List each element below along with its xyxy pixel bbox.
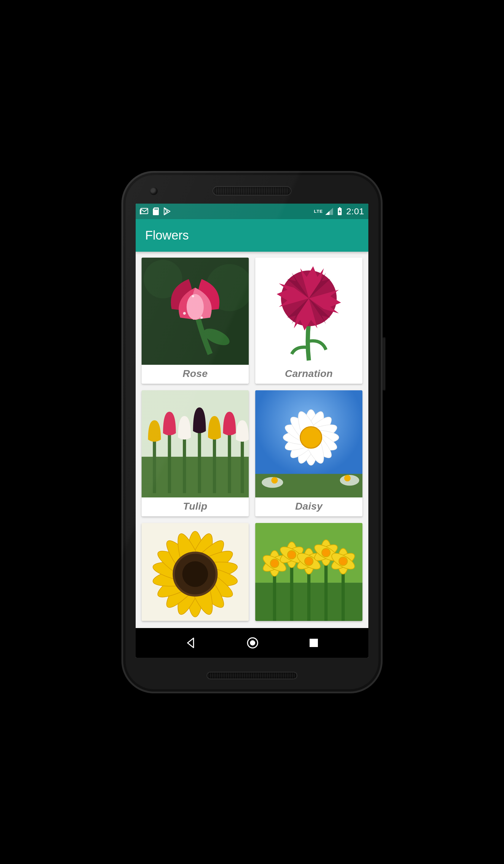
svg-point-76	[304, 557, 313, 566]
home-button[interactable]	[247, 637, 259, 649]
card-caption: Daisy	[255, 497, 362, 516]
svg-rect-87	[310, 639, 318, 647]
flower-grid: Rose	[142, 257, 362, 622]
svg-point-68	[271, 559, 279, 568]
sd-card-icon	[153, 207, 159, 215]
card-caption: Carnation	[255, 365, 362, 383]
svg-rect-8	[339, 207, 340, 208]
back-button[interactable]	[185, 637, 197, 649]
play-store-icon	[164, 207, 171, 215]
signal-icon	[325, 208, 333, 215]
grid-card-daisy[interactable]: Daisy	[255, 390, 362, 516]
svg-rect-1	[140, 209, 141, 214]
card-caption: Rose	[142, 365, 249, 383]
svg-point-57	[182, 561, 208, 587]
daffodil-image	[255, 523, 362, 621]
status-clock: 2:01	[346, 206, 364, 216]
svg-point-72	[287, 551, 296, 559]
card-caption: Tulip	[142, 497, 249, 516]
svg-point-84	[339, 557, 348, 566]
grid-card-daffodil[interactable]: Daffodil	[255, 523, 362, 621]
front-camera	[150, 187, 158, 195]
rose-image	[142, 257, 249, 365]
app-title: Flowers	[145, 228, 189, 242]
daisy-image	[255, 390, 362, 497]
svg-point-14	[187, 294, 204, 320]
svg-point-33	[271, 477, 278, 483]
chin-speaker	[207, 673, 297, 679]
tulip-image	[142, 390, 249, 497]
screen: LTE 2:01 Flowers	[136, 204, 368, 658]
status-bar: LTE 2:01	[136, 204, 368, 219]
network-label: LTE	[314, 209, 323, 214]
gmail-icon	[140, 208, 149, 215]
grid-card-sunflower[interactable]: Sunflower	[142, 523, 249, 621]
grid-card-carnation[interactable]: Carnation	[255, 257, 362, 384]
svg-rect-0	[141, 208, 148, 214]
svg-point-15	[183, 312, 186, 315]
system-nav-bar	[136, 628, 368, 658]
svg-point-34	[344, 475, 351, 481]
svg-point-80	[322, 549, 331, 557]
sunflower-image	[142, 523, 249, 621]
svg-rect-21	[142, 457, 249, 497]
device-frame: LTE 2:01 Flowers	[121, 171, 383, 693]
svg-point-16	[200, 316, 203, 319]
svg-point-86	[250, 640, 255, 646]
app-bar: Flowers	[136, 219, 368, 252]
battery-charging-icon	[337, 207, 342, 215]
power-button[interactable]	[383, 337, 386, 391]
earpiece	[213, 187, 291, 195]
grid-card-rose[interactable]: Rose	[142, 257, 249, 384]
svg-rect-3	[156, 208, 157, 210]
grid-card-tulip[interactable]: Tulip	[142, 390, 249, 516]
svg-rect-2	[155, 208, 156, 210]
content-area[interactable]: Rose	[136, 252, 368, 628]
carnation-image	[255, 257, 362, 365]
recents-button[interactable]	[308, 637, 319, 648]
svg-rect-4	[157, 208, 158, 210]
svg-point-17	[192, 295, 194, 297]
